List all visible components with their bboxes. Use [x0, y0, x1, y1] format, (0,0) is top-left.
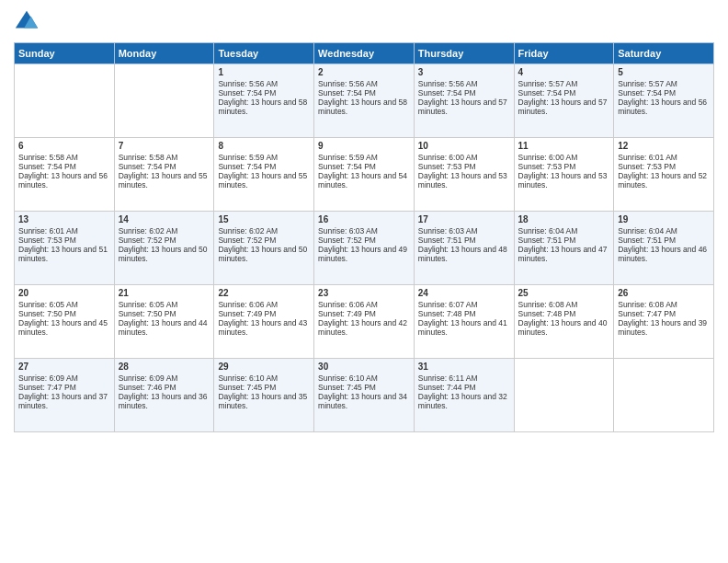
sunset-text: Sunset: 7:45 PM: [318, 383, 410, 392]
daylight-text: Daylight: 13 hours and 50 minutes.: [218, 245, 310, 263]
day-number: 24: [418, 288, 510, 298]
sunset-text: Sunset: 7:51 PM: [518, 236, 610, 245]
daylight-text: Daylight: 13 hours and 58 minutes.: [318, 98, 410, 116]
calendar-cell: 25Sunrise: 6:08 AMSunset: 7:48 PMDayligh…: [514, 285, 614, 359]
daylight-text: Daylight: 13 hours and 44 minutes.: [119, 318, 210, 337]
sunset-text: Sunset: 7:54 PM: [18, 162, 110, 171]
day-header-monday: Monday: [114, 43, 214, 64]
sunset-text: Sunset: 7:51 PM: [618, 236, 710, 245]
sunrise-text: Sunrise: 5:57 AM: [618, 79, 710, 88]
sunrise-text: Sunrise: 6:09 AM: [18, 373, 110, 383]
calendar-cell: 31Sunrise: 6:11 AMSunset: 7:44 PMDayligh…: [414, 359, 514, 432]
calendar-cell: [614, 359, 714, 432]
day-number: 28: [119, 362, 210, 372]
day-header-saturday: Saturday: [614, 43, 714, 64]
day-number: 1: [218, 67, 310, 77]
sunset-text: Sunset: 7:47 PM: [618, 309, 710, 318]
calendar-cell: 15Sunrise: 6:02 AMSunset: 7:52 PMDayligh…: [214, 212, 314, 285]
sunrise-text: Sunrise: 6:06 AM: [218, 300, 310, 309]
day-number: 27: [18, 362, 110, 372]
week-row-5: 27Sunrise: 6:09 AMSunset: 7:47 PMDayligh…: [15, 359, 714, 432]
calendar-cell: 24Sunrise: 6:07 AMSunset: 7:48 PMDayligh…: [414, 285, 514, 359]
day-number: 23: [318, 288, 410, 298]
sunset-text: Sunset: 7:45 PM: [218, 383, 310, 392]
sunrise-text: Sunrise: 5:59 AM: [318, 153, 410, 162]
day-number: 22: [218, 288, 310, 298]
day-header-thursday: Thursday: [414, 43, 514, 64]
daylight-text: Daylight: 13 hours and 34 minutes.: [318, 392, 410, 410]
day-number: 14: [119, 214, 210, 224]
sunrise-text: Sunrise: 5:56 AM: [218, 79, 310, 88]
day-number: 26: [618, 288, 710, 298]
sunrise-text: Sunrise: 6:02 AM: [119, 226, 210, 236]
calendar-cell: [114, 64, 214, 138]
sunset-text: Sunset: 7:53 PM: [418, 162, 510, 171]
day-header-sunday: Sunday: [15, 43, 115, 64]
calendar-cell: 1Sunrise: 5:56 AMSunset: 7:54 PMDaylight…: [214, 64, 314, 138]
sunrise-text: Sunrise: 6:08 AM: [518, 300, 610, 309]
daylight-text: Daylight: 13 hours and 32 minutes.: [418, 392, 510, 410]
sunrise-text: Sunrise: 6:08 AM: [618, 300, 710, 309]
day-number: 8: [218, 141, 310, 151]
day-number: 4: [518, 67, 610, 77]
daylight-text: Daylight: 13 hours and 46 minutes.: [618, 245, 710, 263]
daylight-text: Daylight: 13 hours and 37 minutes.: [18, 392, 110, 410]
calendar-cell: 28Sunrise: 6:09 AMSunset: 7:46 PMDayligh…: [114, 359, 214, 432]
calendar-cell: 22Sunrise: 6:06 AMSunset: 7:49 PMDayligh…: [214, 285, 314, 359]
calendar-cell: 14Sunrise: 6:02 AMSunset: 7:52 PMDayligh…: [114, 212, 214, 285]
day-number: 7: [119, 141, 210, 151]
sunset-text: Sunset: 7:50 PM: [119, 309, 210, 318]
daylight-text: Daylight: 13 hours and 53 minutes.: [418, 171, 510, 190]
daylight-text: Daylight: 13 hours and 47 minutes.: [518, 245, 610, 263]
calendar-cell: 10Sunrise: 6:00 AMSunset: 7:53 PMDayligh…: [414, 138, 514, 212]
sunrise-text: Sunrise: 6:10 AM: [218, 373, 310, 383]
daylight-text: Daylight: 13 hours and 57 minutes.: [518, 98, 610, 116]
calendar-cell: 16Sunrise: 6:03 AMSunset: 7:52 PMDayligh…: [314, 212, 415, 285]
page-container: SundayMondayTuesdayWednesdayThursdayFrid…: [0, 0, 728, 442]
daylight-text: Daylight: 13 hours and 55 minutes.: [218, 171, 310, 190]
day-number: 25: [518, 288, 610, 298]
daylight-text: Daylight: 13 hours and 56 minutes.: [18, 171, 110, 190]
daylight-text: Daylight: 13 hours and 48 minutes.: [418, 245, 510, 263]
day-number: 10: [418, 141, 510, 151]
logo-icon: [14, 9, 40, 35]
sunrise-text: Sunrise: 5:59 AM: [218, 153, 310, 162]
calendar-cell: 13Sunrise: 6:01 AMSunset: 7:53 PMDayligh…: [15, 212, 115, 285]
day-number: 18: [518, 214, 610, 224]
day-number: 9: [318, 141, 410, 151]
sunset-text: Sunset: 7:54 PM: [318, 162, 410, 171]
day-number: 13: [18, 214, 110, 224]
sunset-text: Sunset: 7:54 PM: [318, 88, 410, 98]
sunrise-text: Sunrise: 6:04 AM: [518, 226, 610, 236]
daylight-text: Daylight: 13 hours and 55 minutes.: [119, 171, 210, 190]
week-row-2: 6Sunrise: 5:58 AMSunset: 7:54 PMDaylight…: [15, 138, 714, 212]
day-number: 15: [218, 214, 310, 224]
daylight-text: Daylight: 13 hours and 58 minutes.: [218, 98, 310, 116]
calendar-cell: 30Sunrise: 6:10 AMSunset: 7:45 PMDayligh…: [314, 359, 415, 432]
calendar-cell: [15, 64, 115, 138]
sunset-text: Sunset: 7:49 PM: [218, 309, 310, 318]
sunrise-text: Sunrise: 6:03 AM: [318, 226, 410, 236]
day-header-tuesday: Tuesday: [214, 43, 314, 64]
header: [14, 9, 714, 35]
sunrise-text: Sunrise: 5:57 AM: [518, 79, 610, 88]
sunrise-text: Sunrise: 5:58 AM: [119, 153, 210, 162]
calendar-cell: 5Sunrise: 5:57 AMSunset: 7:54 PMDaylight…: [614, 64, 714, 138]
daylight-text: Daylight: 13 hours and 54 minutes.: [318, 171, 410, 190]
calendar-cell: 20Sunrise: 6:05 AMSunset: 7:50 PMDayligh…: [15, 285, 115, 359]
day-header-friday: Friday: [514, 43, 614, 64]
calendar-cell: 19Sunrise: 6:04 AMSunset: 7:51 PMDayligh…: [614, 212, 714, 285]
sunrise-text: Sunrise: 5:56 AM: [418, 79, 510, 88]
day-number: 3: [418, 67, 510, 77]
day-number: 17: [418, 214, 510, 224]
day-number: 21: [119, 288, 210, 298]
calendar-cell: 29Sunrise: 6:10 AMSunset: 7:45 PMDayligh…: [214, 359, 314, 432]
sunrise-text: Sunrise: 6:01 AM: [618, 153, 710, 162]
sunset-text: Sunset: 7:51 PM: [418, 236, 510, 245]
daylight-text: Daylight: 13 hours and 57 minutes.: [418, 98, 510, 116]
daylight-text: Daylight: 13 hours and 39 minutes.: [618, 318, 710, 337]
sunset-text: Sunset: 7:52 PM: [218, 236, 310, 245]
day-number: 16: [318, 214, 410, 224]
calendar-cell: 9Sunrise: 5:59 AMSunset: 7:54 PMDaylight…: [314, 138, 415, 212]
sunset-text: Sunset: 7:48 PM: [418, 309, 510, 318]
